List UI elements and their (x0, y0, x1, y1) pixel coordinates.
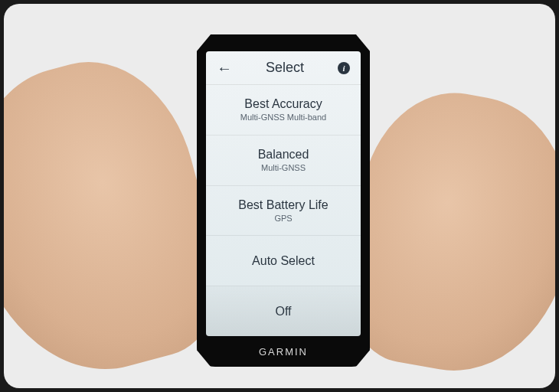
photo-background: ← Select i Best Accuracy Multi-GNSS Mult… (4, 4, 555, 388)
option-auto-select[interactable]: Auto Select (206, 236, 361, 286)
option-title: Auto Select (252, 253, 315, 268)
brand-label: GARMIN (197, 346, 370, 358)
option-balanced[interactable]: Balanced Multi-GNSS (206, 136, 361, 186)
option-subtitle: GPS (274, 214, 292, 224)
option-title: Best Accuracy (244, 96, 322, 111)
option-off[interactable]: Off (206, 286, 361, 336)
garmin-device: ← Select i Best Accuracy Multi-GNSS Mult… (197, 34, 370, 367)
option-subtitle: Multi-GNSS (261, 163, 306, 173)
page-title: Select (266, 60, 304, 76)
back-arrow-icon[interactable]: ← (217, 60, 232, 76)
option-title: Off (275, 304, 291, 318)
device-screen: ← Select i Best Accuracy Multi-GNSS Mult… (206, 51, 361, 336)
option-title: Best Battery Life (238, 198, 328, 212)
option-subtitle: Multi-GNSS Multi-band (240, 113, 326, 122)
option-best-accuracy[interactable]: Best Accuracy Multi-GNSS Multi-band (206, 85, 361, 136)
option-title: Balanced (258, 147, 309, 162)
screen-header: ← Select i (206, 51, 361, 85)
info-icon[interactable]: i (338, 62, 350, 74)
option-best-battery[interactable]: Best Battery Life GPS (206, 186, 361, 237)
gps-mode-list: Best Accuracy Multi-GNSS Multi-band Bala… (206, 85, 361, 336)
